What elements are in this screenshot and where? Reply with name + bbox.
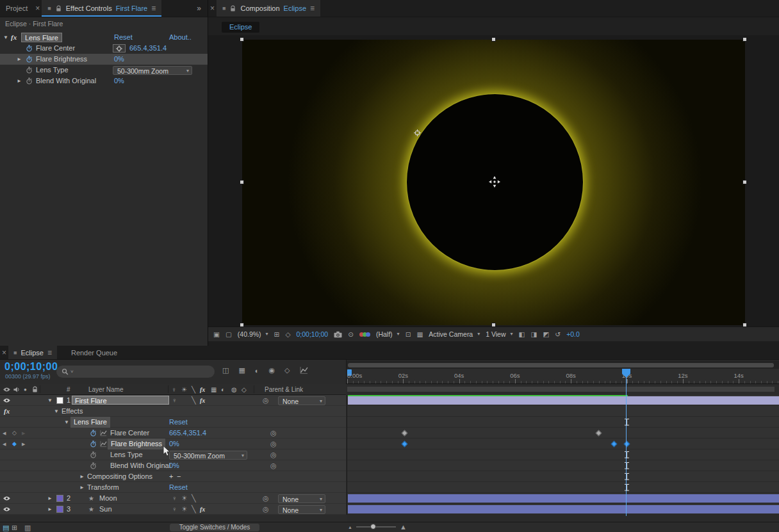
keyframe-flare-brightness[interactable] [611,441,618,447]
quality-switch-icon[interactable]: ╲ [192,395,196,406]
frame-blend-icon[interactable]: ▦ [238,366,245,375]
keyframe-toggle-icon[interactable]: ◆ [12,439,17,449]
viewer-timecode[interactable]: 0;00;10;00 [297,330,329,338]
eye-icon[interactable] [3,506,11,512]
toggle-transfer-pane-icon[interactable]: ⊞ [12,522,17,532]
lens-type-dropdown[interactable]: 50-300mm Zoom [113,66,192,75]
selection-handle[interactable] [742,37,747,42]
stopwatch-icon[interactable] [26,56,33,63]
layer-row-sun[interactable]: ► 3 ★ Sun ♀ ☀ ╲ fx ◎ None [0,504,346,515]
effect-about-button[interactable]: About.. [169,32,192,43]
flare-brightness-property-row[interactable]: ◀ ◆ ▶ Flare Brightness 0% ◎ [0,439,346,449]
transform-label[interactable]: Transform [87,482,119,493]
transform-group-row[interactable]: ► Transform Reset [0,482,346,493]
layer-expander-icon[interactable]: ▼ [47,395,53,406]
zoom-in-mountain-icon[interactable]: ▲ [400,523,407,531]
transform-reset-button[interactable]: Reset [169,482,188,493]
remove-compositing-icon[interactable]: − [177,471,181,482]
navigator-bar[interactable] [348,363,774,367]
blend-value[interactable]: 0% [114,76,124,86]
close-timeline-tab-icon[interactable]: × [0,346,8,359]
layer-name-sun[interactable]: Sun [99,504,112,515]
tab-overflow-icon[interactable]: » [190,0,208,17]
blend-property-row[interactable]: Blend With Original 0% ◎ [0,460,346,471]
tab-effect-controls[interactable]: ■ Effect Controls First Flare ≡ [42,0,161,17]
parent-dropdown[interactable]: None [278,494,325,503]
quality-switch-icon[interactable]: ╲ [192,493,196,504]
property-pick-whip-icon[interactable]: ◎ [270,460,277,471]
layer-expander-icon[interactable]: ► [47,493,53,504]
motion-blur-icon[interactable]: ◐ [255,367,259,375]
lens-type-label[interactable]: Lens Type [110,449,143,460]
frame-blend-header-icon[interactable]: ▦ [211,384,217,395]
track-row-sun[interactable] [347,504,779,515]
snapshot-camera-icon[interactable] [334,331,342,338]
shy-switch-icon[interactable]: ♀ [172,504,177,515]
track-row-flare-brightness[interactable] [347,439,779,449]
collapse-switch-icon[interactable]: ☀ [181,493,188,504]
effect-expander-icon[interactable]: ▼ [3,32,8,43]
flare-center-label[interactable]: Flare Center [110,428,149,439]
lens-type-property-row[interactable]: Lens Type 50-300mm Zoom ◎ [0,449,346,460]
number-column-header[interactable]: # [67,384,70,395]
tab-render-queue[interactable]: Render Queue [57,346,131,359]
track-row-transform[interactable] [347,482,779,493]
show-snapshot-icon[interactable]: ⊙ [348,330,354,338]
stopwatch-icon[interactable] [90,430,97,437]
graph-icon[interactable] [100,430,107,437]
selection-handle[interactable] [240,180,244,184]
fx-switch-header-icon[interactable]: fx [200,384,205,395]
quality-switch-header-icon[interactable]: ╲ [192,384,195,395]
auto-keyframe-icon[interactable]: ◉ [268,366,275,375]
parent-link-column-header[interactable]: Parent & Link [265,384,303,395]
3d-header-icon[interactable]: ◇ [242,384,247,395]
track-row-lens-flare[interactable] [347,417,779,428]
tab-timeline-eclipse[interactable]: ■ Eclipse ≡ [8,346,57,359]
flare-center-property-row[interactable]: ◀ ◇ ▶ Flare Center 665.4,351.4 ◎ [0,428,346,439]
track-row-first-flare[interactable] [347,395,779,406]
monitor-icon[interactable]: ▢ [226,330,232,338]
stopwatch-icon[interactable] [26,77,33,85]
audio-column-speaker-icon[interactable] [13,386,20,393]
layer-duration-bar[interactable] [348,505,779,513]
current-timecode[interactable]: 0;00;10;00 [4,361,58,373]
zoom-slider-knob[interactable] [370,524,376,529]
quality-switch-icon[interactable]: ╲ [192,504,196,515]
effect-name[interactable]: Lens Flare [21,33,62,42]
effect-point-button[interactable] [113,44,126,52]
compositing-options-row[interactable]: ► Compositing Options + − [0,471,346,482]
panel-menu-icon[interactable]: ≡ [310,4,315,13]
group-expander-icon[interactable]: ▼ [54,406,59,417]
fast-preview-icon[interactable]: ◩ [543,330,549,338]
next-keyframe-icon[interactable]: ▶ [22,428,25,439]
motion-blur-header-icon[interactable]: ◐ [221,384,225,395]
shy-switch-header-icon[interactable]: ♀ [172,384,177,395]
keyframe-flare-center[interactable] [596,430,602,437]
label-color-swatch[interactable] [56,397,63,404]
tab-project[interactable]: Project [0,0,33,17]
close-composition-tab-icon[interactable]: × [208,0,217,17]
flare-center-point-icon[interactable] [414,129,421,136]
shy-switch-icon[interactable]: ♀ [172,395,177,406]
property-expander-icon[interactable]: ► [17,54,22,65]
panel-menu-icon[interactable]: ≡ [47,348,52,357]
property-pick-whip-icon[interactable]: ◎ [270,449,277,460]
track-row-blend[interactable] [347,460,779,471]
layer-name-moon[interactable]: Moon [99,493,117,504]
flare-center-value[interactable]: 665.4,351.4 [129,43,167,54]
zoom-slider[interactable] [356,526,396,528]
collapse-switch-header-icon[interactable]: ☀ [181,384,187,395]
layer-expander-icon[interactable]: ► [47,504,53,515]
magnification-dropdown[interactable]: (40.9%) [238,330,268,338]
toggle-inout-pane-icon[interactable]: ▥ [24,522,31,532]
selection-handle[interactable] [240,37,244,42]
anchor-point-icon[interactable] [489,176,500,188]
flare-brightness-value[interactable]: 0% [114,54,124,65]
stopwatch-icon[interactable] [26,45,33,52]
zoom-out-mountain-icon[interactable]: ▲ [348,525,352,529]
flare-brightness-label[interactable]: Flare Brightness [108,439,165,449]
resolution-dropdown[interactable]: (Half) [376,330,400,338]
timeline-ruler[interactable]: 0:00s02s04s06s08s10s12s14s [347,369,779,384]
flare-center-value[interactable]: 665.4,351.4 [169,428,206,439]
video-column-eye-icon[interactable] [3,387,11,392]
